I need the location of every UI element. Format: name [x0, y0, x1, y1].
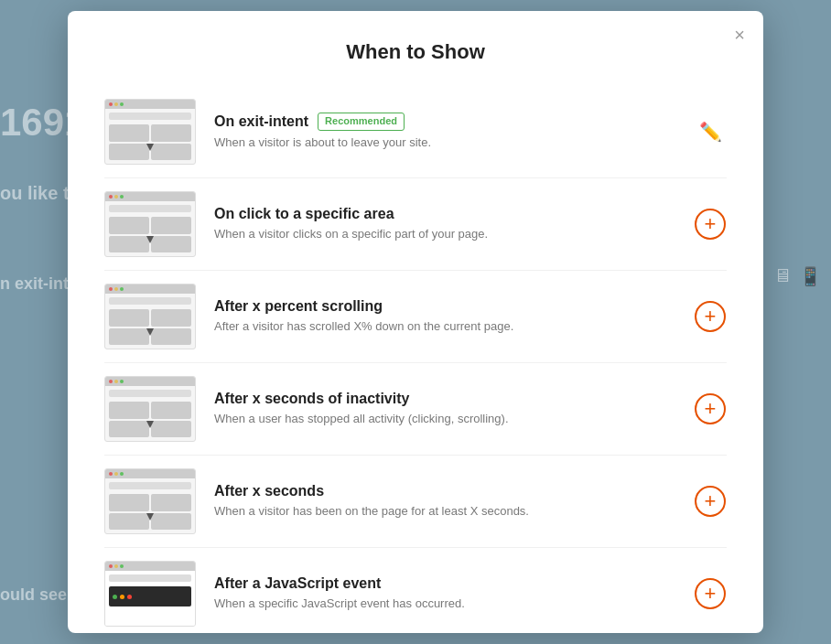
option-content-inactivity: After x seconds of inactivity When a use… — [214, 391, 675, 427]
modal-dialog: × When to Show — [68, 11, 763, 633]
option-desc-exit-intent: When a visitor is about to leave your si… — [214, 134, 675, 151]
option-scroll: After x percent scrolling After a visito… — [104, 271, 727, 363]
option-header-js-event: After a JavaScript event — [214, 575, 675, 592]
option-desc-scroll: After a visitor has scrolled X% down on … — [214, 318, 675, 335]
option-desc-js-event: When a specific JavaScript event has occ… — [214, 596, 675, 612]
option-content-scroll: After x percent scrolling After a visito… — [214, 298, 675, 335]
close-button[interactable]: × — [734, 26, 745, 44]
option-content-click-area: On click to a specific area When a visit… — [214, 206, 675, 242]
option-title-inactivity: After x seconds of inactivity — [214, 391, 409, 407]
thumbnail-scroll — [104, 284, 196, 349]
option-js-event: After a JavaScript event When a specific… — [104, 548, 727, 639]
option-content-seconds: After x seconds When a visitor has been … — [214, 483, 675, 520]
add-circle-scroll[interactable]: + — [695, 301, 726, 332]
option-click-area: On click to a specific area When a visit… — [104, 178, 727, 271]
action-inactivity[interactable]: + — [694, 392, 727, 425]
thumbnail-inactivity — [104, 376, 196, 442]
option-title-js-event: After a JavaScript event — [214, 575, 381, 592]
option-title-seconds: After x seconds — [214, 483, 324, 499]
option-header-scroll: After x percent scrolling — [214, 298, 675, 315]
add-circle-js-event[interactable]: + — [695, 578, 726, 609]
thumbnail-exit-intent — [104, 99, 196, 165]
recommended-badge: Recommended — [318, 113, 405, 130]
option-desc-inactivity: When a user has stopped all activity (cl… — [214, 411, 675, 427]
option-inactivity: After x seconds of inactivity When a use… — [104, 363, 727, 456]
action-js-event[interactable]: + — [694, 577, 727, 610]
option-header-exit-intent: On exit-intent Recommended — [214, 113, 675, 130]
thumbnail-click-area — [104, 191, 196, 257]
option-header-click-area: On click to a specific area — [214, 206, 675, 222]
option-title-exit-intent: On exit-intent — [214, 113, 308, 130]
action-exit-intent[interactable]: ✏️ — [694, 115, 727, 148]
action-seconds[interactable]: + — [694, 485, 727, 518]
option-exit-intent: On exit-intent Recommended When a visito… — [104, 86, 727, 178]
modal-backdrop: × When to Show — [0, 0, 831, 644]
option-header-seconds: After x seconds — [214, 483, 675, 499]
option-header-inactivity: After x seconds of inactivity — [214, 391, 675, 407]
add-circle-seconds[interactable]: + — [695, 486, 726, 517]
option-content-js-event: After a JavaScript event When a specific… — [214, 575, 675, 612]
option-desc-seconds: When a visitor has been on the page for … — [214, 503, 675, 520]
option-title-scroll: After x percent scrolling — [214, 298, 383, 315]
action-click-area[interactable]: + — [694, 208, 727, 241]
action-scroll[interactable]: + — [694, 300, 727, 333]
edit-icon: ✏️ — [699, 121, 722, 143]
option-desc-click-area: When a visitor clicks on a specific part… — [214, 226, 675, 242]
thumbnail-seconds — [104, 468, 196, 534]
add-circle-inactivity[interactable]: + — [695, 393, 726, 424]
option-content-exit-intent: On exit-intent Recommended When a visito… — [214, 113, 675, 151]
modal-title: When to Show — [104, 40, 727, 64]
thumbnail-js-event — [104, 561, 196, 627]
option-seconds: After x seconds When a visitor has been … — [104, 456, 727, 548]
option-list: On exit-intent Recommended When a visito… — [104, 86, 727, 639]
add-circle-click-area[interactable]: + — [695, 209, 726, 240]
option-title-click-area: On click to a specific area — [214, 206, 394, 222]
